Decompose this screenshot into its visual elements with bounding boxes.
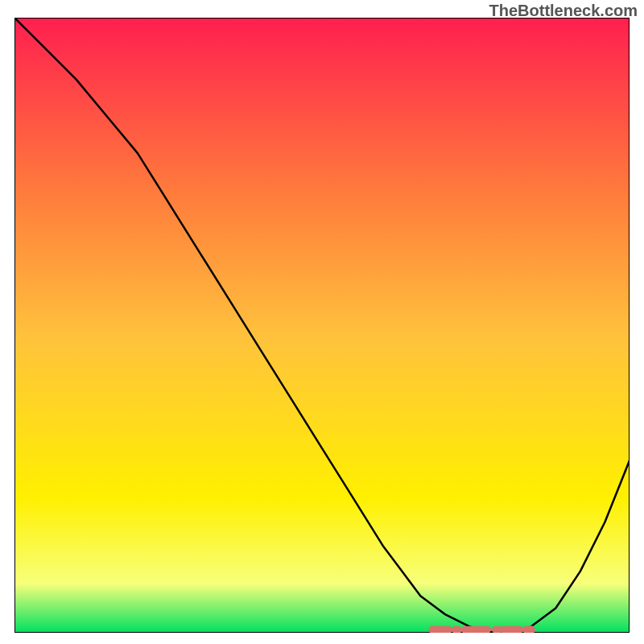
watermark-text: TheBottleneck.com	[489, 2, 638, 20]
chart-background	[14, 18, 630, 633]
chart-svg	[14, 18, 630, 633]
chart-plot-area	[14, 18, 630, 633]
highlight-band	[429, 625, 535, 633]
